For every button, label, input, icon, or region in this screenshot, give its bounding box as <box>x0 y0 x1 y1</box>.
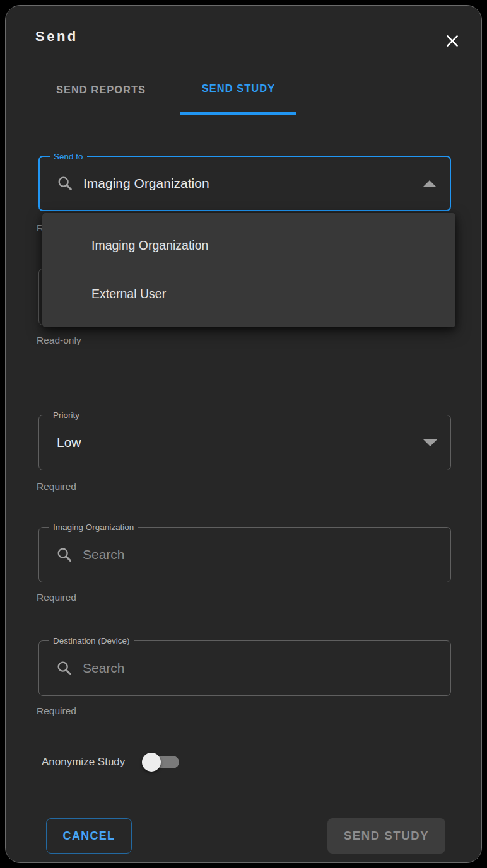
search-icon <box>56 546 73 564</box>
destination-device-helper: Required <box>37 705 76 716</box>
imaging-organization-label: Imaging Organization <box>49 521 138 533</box>
send-to-label: Send to <box>50 151 87 163</box>
priority-label: Priority <box>49 409 83 421</box>
toggle-thumb <box>142 753 161 772</box>
imaging-organization-field: Imaging Organization <box>38 527 451 582</box>
send-to-value: Imaging Organization <box>83 176 209 191</box>
search-icon <box>56 659 73 677</box>
section-divider <box>37 381 452 381</box>
close-button[interactable] <box>441 30 464 52</box>
destination-device-search-input[interactable] <box>83 661 450 676</box>
readonly-helper: Read-only <box>37 335 81 345</box>
priority-helper: Required <box>37 481 76 492</box>
anonymize-study-toggle[interactable] <box>142 751 181 773</box>
priority-value: Low <box>57 435 81 450</box>
anonymize-study-label: Anonymize Study <box>42 756 125 768</box>
caret-down-icon <box>423 439 437 446</box>
search-icon <box>56 175 74 192</box>
imaging-organization-search-input[interactable] <box>83 547 450 562</box>
dropdown-option-external-user[interactable]: External User <box>42 270 455 318</box>
priority-select[interactable]: Priority Low <box>38 415 451 470</box>
send-study-button[interactable]: SEND STUDY <box>327 818 445 854</box>
caret-up-icon <box>423 180 437 187</box>
tab-send-study[interactable]: SEND STUDY <box>180 64 296 115</box>
close-icon <box>444 33 461 49</box>
tab-bar: SEND REPORTS SEND STUDY <box>37 64 296 115</box>
send-to-select[interactable]: Send to Imaging Organization <box>38 156 451 211</box>
dropdown-option-imaging-organization[interactable]: Imaging Organization <box>42 221 455 270</box>
tab-send-reports[interactable]: SEND REPORTS <box>37 64 165 115</box>
imaging-organization-helper: Required <box>37 592 76 603</box>
dialog-title: Send <box>35 28 78 45</box>
destination-device-field: Destination (Device) <box>38 640 451 696</box>
send-to-dropdown-menu: Imaging Organization External User <box>42 213 455 327</box>
send-dialog: Send SEND REPORTS SEND STUDY Send to Ima… <box>5 5 482 863</box>
cancel-button[interactable]: CANCEL <box>46 818 132 854</box>
destination-device-label: Destination (Device) <box>49 635 134 647</box>
